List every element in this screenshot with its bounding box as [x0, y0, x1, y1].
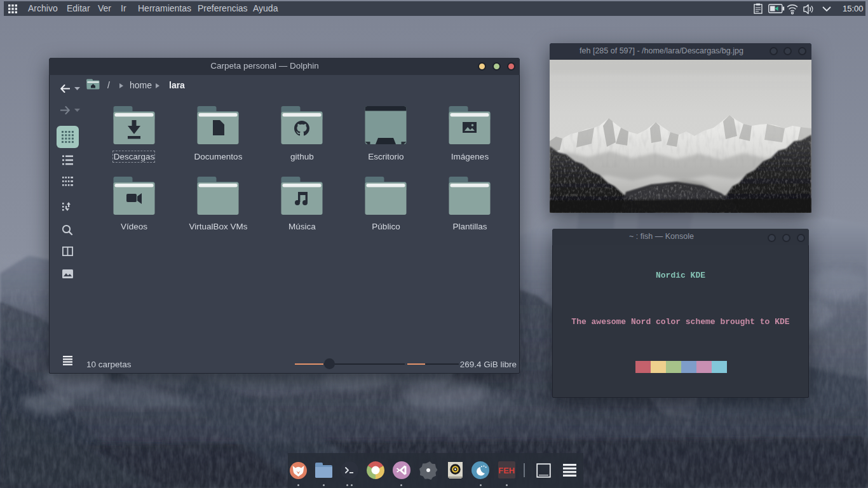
svg-text:FEH: FEH	[499, 466, 515, 475]
